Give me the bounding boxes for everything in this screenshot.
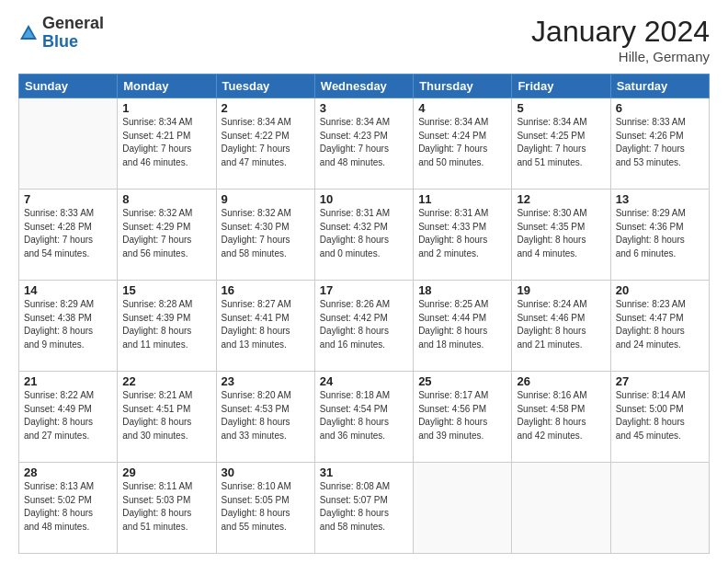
day-info: Sunrise: 8:25 AM Sunset: 4:44 PM Dayligh… — [418, 298, 506, 351]
day-info: Sunrise: 8:14 AM Sunset: 5:00 PM Dayligh… — [616, 389, 704, 442]
day-number: 25 — [418, 374, 506, 388]
column-header-sunday: Sunday — [19, 75, 118, 98]
day-cell: 21Sunrise: 8:22 AM Sunset: 4:49 PM Dayli… — [19, 372, 118, 463]
day-cell: 10Sunrise: 8:31 AM Sunset: 4:32 PM Dayli… — [314, 190, 413, 281]
day-info: Sunrise: 8:33 AM Sunset: 4:26 PM Dayligh… — [616, 116, 704, 169]
day-info: Sunrise: 8:34 AM Sunset: 4:22 PM Dayligh… — [222, 116, 310, 169]
day-info: Sunrise: 8:30 AM Sunset: 4:35 PM Dayligh… — [517, 207, 605, 260]
day-info: Sunrise: 8:29 AM Sunset: 4:38 PM Dayligh… — [24, 298, 112, 351]
day-cell: 30Sunrise: 8:10 AM Sunset: 5:05 PM Dayli… — [216, 463, 314, 554]
day-cell: 26Sunrise: 8:16 AM Sunset: 4:58 PM Dayli… — [512, 372, 610, 463]
day-number: 19 — [517, 283, 605, 297]
column-header-saturday: Saturday — [610, 75, 709, 98]
day-number: 22 — [122, 374, 210, 388]
day-info: Sunrise: 8:34 AM Sunset: 4:25 PM Dayligh… — [517, 116, 605, 169]
title-block: January 2024 Hille, Germany — [531, 15, 710, 64]
week-row-5: 28Sunrise: 8:13 AM Sunset: 5:02 PM Dayli… — [19, 463, 710, 554]
day-info: Sunrise: 8:10 AM Sunset: 5:05 PM Dayligh… — [222, 480, 310, 534]
column-header-tuesday: Tuesday — [216, 75, 314, 98]
week-row-1: 1Sunrise: 8:34 AM Sunset: 4:21 PM Daylig… — [19, 98, 710, 190]
day-info: Sunrise: 8:22 AM Sunset: 4:49 PM Dayligh… — [24, 389, 112, 442]
calendar-table: SundayMondayTuesdayWednesdayThursdayFrid… — [18, 74, 710, 554]
calendar-subtitle: Hille, Germany — [531, 49, 710, 64]
day-cell — [414, 463, 512, 554]
day-number: 31 — [320, 465, 408, 479]
day-number: 27 — [616, 374, 704, 388]
day-cell: 12Sunrise: 8:30 AM Sunset: 4:35 PM Dayli… — [512, 190, 610, 281]
column-header-monday: Monday — [118, 75, 216, 98]
day-cell: 19Sunrise: 8:24 AM Sunset: 4:46 PM Dayli… — [512, 281, 610, 372]
day-number: 3 — [320, 101, 408, 115]
day-cell: 5Sunrise: 8:34 AM Sunset: 4:25 PM Daylig… — [512, 98, 610, 190]
day-cell: 7Sunrise: 8:33 AM Sunset: 4:28 PM Daylig… — [19, 190, 118, 281]
day-cell: 20Sunrise: 8:23 AM Sunset: 4:47 PM Dayli… — [610, 281, 709, 372]
day-info: Sunrise: 8:17 AM Sunset: 4:56 PM Dayligh… — [418, 389, 506, 442]
header: General Blue January 2024 Hille, Germany — [18, 15, 710, 64]
day-cell: 31Sunrise: 8:08 AM Sunset: 5:07 PM Dayli… — [314, 463, 413, 554]
day-cell: 29Sunrise: 8:11 AM Sunset: 5:03 PM Dayli… — [118, 463, 216, 554]
day-cell: 24Sunrise: 8:18 AM Sunset: 4:54 PM Dayli… — [314, 372, 413, 463]
day-number: 4 — [418, 101, 506, 115]
day-number: 2 — [222, 101, 310, 115]
day-info: Sunrise: 8:11 AM Sunset: 5:03 PM Dayligh… — [122, 480, 210, 534]
column-header-wednesday: Wednesday — [314, 75, 413, 98]
day-cell: 22Sunrise: 8:21 AM Sunset: 4:51 PM Dayli… — [118, 372, 216, 463]
day-cell: 1Sunrise: 8:34 AM Sunset: 4:21 PM Daylig… — [118, 98, 216, 190]
day-cell: 8Sunrise: 8:32 AM Sunset: 4:29 PM Daylig… — [118, 190, 216, 281]
day-number: 28 — [24, 465, 112, 479]
day-number: 7 — [24, 192, 112, 206]
day-info: Sunrise: 8:31 AM Sunset: 4:33 PM Dayligh… — [418, 207, 506, 260]
day-cell: 25Sunrise: 8:17 AM Sunset: 4:56 PM Dayli… — [414, 372, 512, 463]
day-cell: 9Sunrise: 8:32 AM Sunset: 4:30 PM Daylig… — [216, 190, 314, 281]
day-number: 24 — [320, 374, 408, 388]
logo-blue-text: Blue — [42, 32, 78, 51]
day-info: Sunrise: 8:27 AM Sunset: 4:41 PM Dayligh… — [222, 298, 310, 351]
day-number: 23 — [222, 374, 310, 388]
logo: General Blue — [18, 15, 104, 52]
day-info: Sunrise: 8:34 AM Sunset: 4:24 PM Dayligh… — [418, 116, 506, 169]
day-info: Sunrise: 8:31 AM Sunset: 4:32 PM Dayligh… — [320, 207, 408, 260]
week-row-2: 7Sunrise: 8:33 AM Sunset: 4:28 PM Daylig… — [19, 190, 710, 281]
day-number: 20 — [616, 283, 704, 297]
day-cell: 3Sunrise: 8:34 AM Sunset: 4:23 PM Daylig… — [314, 98, 413, 190]
column-header-friday: Friday — [512, 75, 610, 98]
day-number: 18 — [418, 283, 506, 297]
day-info: Sunrise: 8:28 AM Sunset: 4:39 PM Dayligh… — [122, 298, 210, 351]
day-info: Sunrise: 8:32 AM Sunset: 4:29 PM Dayligh… — [122, 207, 210, 260]
day-cell: 15Sunrise: 8:28 AM Sunset: 4:39 PM Dayli… — [118, 281, 216, 372]
day-number: 30 — [222, 465, 310, 479]
day-info: Sunrise: 8:29 AM Sunset: 4:36 PM Dayligh… — [616, 207, 704, 260]
day-cell: 13Sunrise: 8:29 AM Sunset: 4:36 PM Dayli… — [610, 190, 709, 281]
day-info: Sunrise: 8:18 AM Sunset: 4:54 PM Dayligh… — [320, 389, 408, 442]
day-cell: 28Sunrise: 8:13 AM Sunset: 5:02 PM Dayli… — [19, 463, 118, 554]
day-info: Sunrise: 8:23 AM Sunset: 4:47 PM Dayligh… — [616, 298, 704, 351]
week-row-3: 14Sunrise: 8:29 AM Sunset: 4:38 PM Dayli… — [19, 281, 710, 372]
day-cell: 14Sunrise: 8:29 AM Sunset: 4:38 PM Dayli… — [19, 281, 118, 372]
day-number: 14 — [24, 283, 112, 297]
day-info: Sunrise: 8:26 AM Sunset: 4:42 PM Dayligh… — [320, 298, 408, 351]
day-number: 26 — [517, 374, 605, 388]
day-number: 16 — [222, 283, 310, 297]
column-header-thursday: Thursday — [414, 75, 512, 98]
day-number: 9 — [222, 192, 310, 206]
logo-icon — [18, 23, 39, 43]
day-info: Sunrise: 8:33 AM Sunset: 4:28 PM Dayligh… — [24, 207, 112, 260]
day-cell: 18Sunrise: 8:25 AM Sunset: 4:44 PM Dayli… — [414, 281, 512, 372]
day-number: 17 — [320, 283, 408, 297]
day-cell — [19, 98, 118, 190]
calendar-header: SundayMondayTuesdayWednesdayThursdayFrid… — [19, 75, 710, 98]
calendar-body: 1Sunrise: 8:34 AM Sunset: 4:21 PM Daylig… — [19, 98, 710, 554]
week-row-4: 21Sunrise: 8:22 AM Sunset: 4:49 PM Dayli… — [19, 372, 710, 463]
day-number: 10 — [320, 192, 408, 206]
day-number: 1 — [122, 101, 210, 115]
day-number: 12 — [517, 192, 605, 206]
day-cell — [512, 463, 610, 554]
day-number: 5 — [517, 101, 605, 115]
day-info: Sunrise: 8:13 AM Sunset: 5:02 PM Dayligh… — [24, 480, 112, 534]
day-info: Sunrise: 8:34 AM Sunset: 4:21 PM Dayligh… — [122, 116, 210, 169]
day-number: 8 — [122, 192, 210, 206]
day-number: 21 — [24, 374, 112, 388]
day-cell: 11Sunrise: 8:31 AM Sunset: 4:33 PM Dayli… — [414, 190, 512, 281]
day-number: 11 — [418, 192, 506, 206]
day-info: Sunrise: 8:20 AM Sunset: 4:53 PM Dayligh… — [222, 389, 310, 442]
